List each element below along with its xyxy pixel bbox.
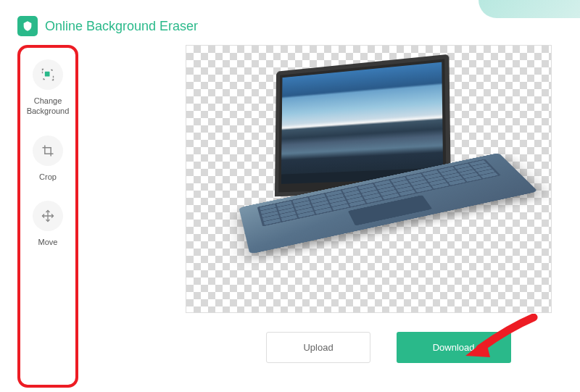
canvas-area: Upload Download	[84, 45, 563, 388]
crop-icon	[33, 135, 63, 166]
sidebar-wrapper: Change Background Crop	[17, 45, 78, 388]
sidebar-item-label: Change Background	[27, 96, 70, 117]
top-decoration	[478, 0, 580, 18]
app-title: Online Background Eraser	[45, 19, 198, 34]
main-area: Change Background Crop	[0, 42, 580, 391]
sidebar: Change Background Crop	[22, 49, 74, 257]
move-icon	[33, 201, 63, 231]
shield-pin-icon	[22, 20, 33, 33]
action-buttons: Upload Download	[186, 332, 563, 363]
result-image	[230, 57, 505, 303]
sidebar-item-label: Move	[38, 237, 58, 247]
upload-button[interactable]: Upload	[266, 332, 370, 363]
sidebar-item-crop[interactable]: Crop	[33, 135, 63, 182]
svg-rect-0	[45, 72, 50, 77]
sidebar-item-change-background[interactable]: Change Background	[27, 59, 70, 117]
download-button[interactable]: Download	[397, 332, 511, 363]
app-logo	[17, 16, 38, 36]
sidebar-item-label: Crop	[39, 172, 57, 182]
sidebar-item-move[interactable]: Move	[33, 201, 63, 247]
image-canvas[interactable]	[186, 45, 552, 313]
change-background-icon	[33, 59, 63, 90]
